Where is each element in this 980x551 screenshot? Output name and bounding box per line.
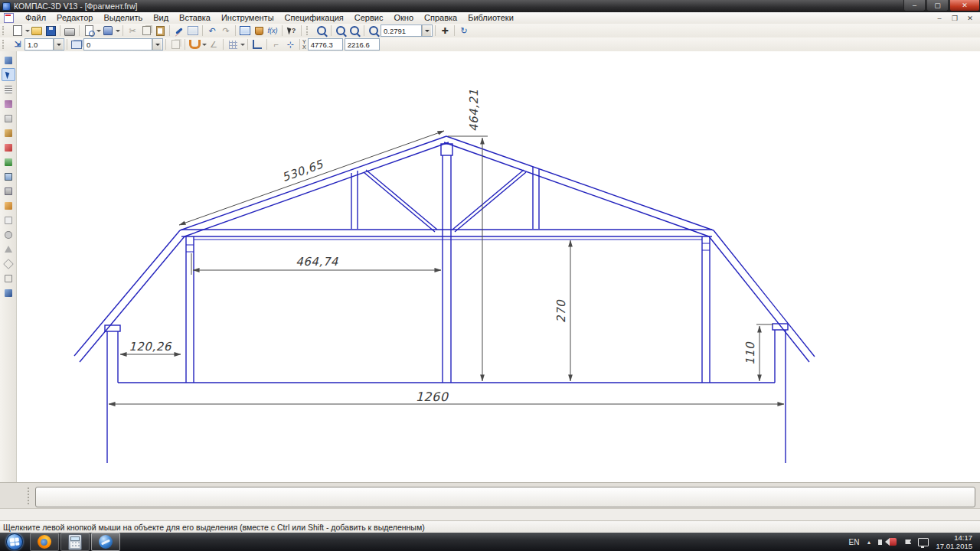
action-center-icon[interactable] — [905, 540, 911, 544]
dim-ridge-height: 464,21 — [467, 90, 481, 132]
triangle-tool-button[interactable] — [2, 243, 15, 256]
round-snap-button[interactable]: ⊹ — [283, 38, 297, 51]
volume-icon[interactable] — [878, 540, 882, 545]
window-titlebar[interactable]: КОМПАС-3D V13 - [Фрагмент.frw] – ▢ ✕ — [0, 0, 980, 12]
menu-help[interactable]: Справка — [419, 12, 462, 24]
delete-button[interactable] — [252, 24, 266, 37]
zoom-all-button[interactable] — [348, 24, 361, 37]
paste-button[interactable] — [153, 24, 167, 37]
properties-button[interactable] — [186, 24, 200, 37]
polygon-tool-button[interactable] — [2, 257, 15, 270]
zoom-scale-dropdown[interactable] — [422, 24, 433, 37]
selection-cursor-button[interactable] — [2, 68, 15, 81]
desktop: КОМПАС-3D V13 - [Фрагмент.frw] – ▢ ✕ Фай… — [0, 0, 980, 551]
undo-button[interactable]: ↶ — [205, 24, 219, 37]
refresh-view-button[interactable]: ↻ — [457, 24, 471, 37]
menu-libraries[interactable]: Библиотеки — [462, 12, 519, 24]
zoom-scale-combo[interactable]: 0.2791 — [381, 24, 422, 37]
property-panel-zone — [0, 482, 980, 521]
layer-combo[interactable]: 0 — [83, 38, 152, 51]
variables-button[interactable] — [238, 24, 252, 37]
menu-window[interactable]: Окно — [388, 12, 419, 24]
local-cs-button[interactable] — [250, 38, 264, 51]
angle-snap-button[interactable]: ∠ — [207, 38, 220, 51]
clean-tool-button[interactable] — [2, 199, 15, 212]
preview-dropdown[interactable] — [96, 24, 101, 37]
property-bar-handle[interactable] — [28, 487, 33, 504]
new-document-button[interactable] — [11, 24, 24, 37]
copy-properties-button[interactable] — [172, 24, 186, 37]
copy-button[interactable] — [139, 24, 153, 37]
mdi-minimize-button[interactable]: – — [934, 15, 945, 22]
service-tool-button[interactable] — [2, 286, 15, 299]
start-button[interactable] — [6, 533, 23, 550]
zoom-frame-button[interactable] — [334, 24, 348, 37]
current-scale-combo[interactable]: 1.0 — [24, 38, 54, 51]
restore-button[interactable]: ▢ — [926, 0, 949, 11]
coord-y-field[interactable]: 2216.6 — [345, 38, 380, 51]
rectangle-tool-button[interactable] — [2, 272, 15, 285]
dimensions-tool-button[interactable] — [2, 83, 15, 96]
stamp-tool-button[interactable] — [2, 184, 15, 197]
current-scale-dropdown[interactable] — [54, 38, 64, 51]
toolbar-drag-handle[interactable] — [2, 26, 8, 35]
save-button[interactable] — [44, 24, 57, 37]
taskbar-calculator[interactable] — [60, 533, 90, 551]
ortho-button[interactable]: ⌐ — [270, 38, 283, 51]
menu-specification[interactable]: Спецификация — [279, 12, 349, 24]
cut-button[interactable]: ✂ — [126, 24, 139, 37]
zoom-selected-button[interactable] — [367, 24, 381, 37]
zoom-in-button[interactable] — [315, 24, 328, 37]
taskbar-kompas[interactable] — [91, 533, 120, 551]
context-help-button[interactable]: ? — [285, 24, 299, 37]
sheet-tool-button[interactable] — [2, 170, 15, 183]
zoom-toolbar-handle[interactable] — [306, 26, 312, 35]
coord-x-field[interactable]: 4776.3 — [308, 38, 343, 51]
minimize-button[interactable]: – — [903, 0, 926, 11]
menu-service[interactable]: Сервис — [349, 12, 389, 24]
layer-settings-button[interactable] — [168, 38, 182, 51]
measure-tool-button[interactable] — [2, 141, 15, 154]
grid-button[interactable] — [226, 38, 240, 51]
language-indicator[interactable]: EN — [849, 538, 860, 546]
state-toolbar-handle[interactable] — [2, 40, 8, 49]
pan-button[interactable]: ✚ — [438, 24, 452, 37]
redo-button[interactable]: ↷ — [219, 24, 233, 37]
stamp-dropdown[interactable] — [115, 24, 120, 37]
fx-button[interactable]: f(x) — [266, 24, 279, 37]
tray-expand-icon[interactable]: ▲ — [867, 540, 872, 545]
snap-magnet-button[interactable] — [188, 38, 201, 51]
mdi-close-button[interactable]: ✕ — [965, 15, 975, 22]
snap-dropdown[interactable] — [201, 38, 207, 51]
menu-insert[interactable]: Вставка — [174, 12, 216, 24]
display-icon[interactable] — [918, 538, 929, 546]
stamp-button[interactable] — [101, 24, 115, 37]
circle-tool-button[interactable] — [2, 228, 15, 241]
menu-view[interactable]: Вид — [148, 12, 174, 24]
preview-button[interactable] — [82, 24, 96, 37]
view-tool-button[interactable] — [2, 155, 15, 168]
layers-icon[interactable] — [70, 38, 83, 51]
taskbar-clock[interactable]: 14:17 17.01.2015 — [936, 533, 972, 550]
menu-file[interactable]: Файл — [20, 12, 51, 24]
menu-tools[interactable]: Инструменты — [216, 12, 279, 24]
mdi-restore-button[interactable]: ❐ — [949, 15, 960, 22]
open-button[interactable] — [30, 24, 44, 37]
menu-editor[interactable]: Редактор — [51, 12, 98, 24]
taskbar-firefox[interactable] — [30, 533, 59, 551]
text-tool-button[interactable] — [2, 112, 15, 125]
menu-select[interactable]: Выделить — [98, 12, 148, 24]
geometry-tool-button[interactable] — [2, 54, 15, 67]
new-document-dropdown[interactable] — [24, 24, 30, 37]
antivirus-icon[interactable] — [889, 538, 897, 546]
designations-tool-button[interactable] — [2, 97, 15, 110]
close-button[interactable]: ✕ — [949, 0, 980, 11]
property-bar[interactable] — [35, 487, 975, 507]
editing-tool-button[interactable] — [2, 126, 15, 139]
grid-dropdown[interactable] — [240, 38, 245, 51]
ruler-tool-button[interactable] — [2, 214, 15, 227]
drawing-canvas[interactable]: 464,21 530,65 464,74 270 120,26 110 1260 — [17, 51, 980, 482]
print-button[interactable] — [63, 24, 77, 37]
document-menu-icon[interactable] — [4, 13, 14, 23]
layer-dropdown[interactable] — [152, 38, 163, 51]
